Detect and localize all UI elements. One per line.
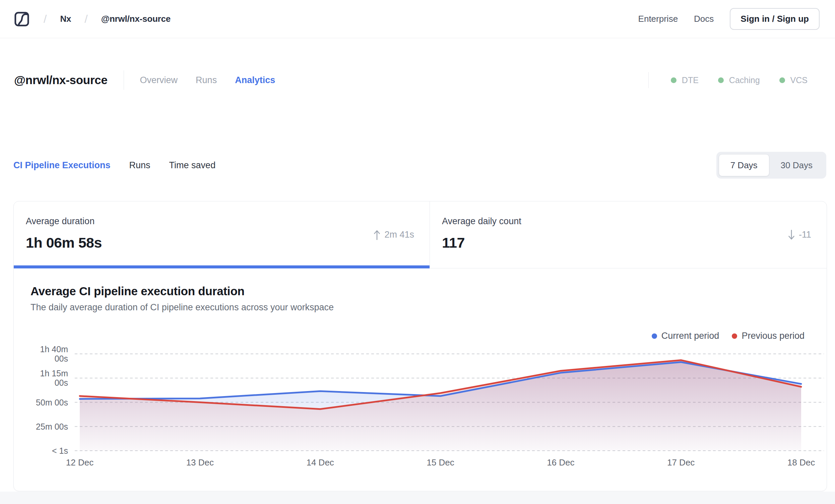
stat-card-average-duration[interactable]: Average duration 1h 06m 58s 2m 41s: [14, 201, 430, 268]
top-navbar: / Nx / @nrwl/nx-source Enterprise Docs S…: [0, 0, 835, 38]
green-status-dot-icon: [779, 77, 785, 83]
stat-value: 117: [442, 235, 813, 251]
green-status-dot-icon: [671, 77, 676, 83]
page-title: @nrwl/nx-source: [14, 74, 107, 87]
legend-label: Previous period: [741, 331, 805, 341]
vertical-divider: [124, 70, 124, 90]
svg-text:14 Dec: 14 Dec: [306, 458, 334, 467]
feature-label: Caching: [729, 75, 760, 85]
navbar-actions: Enterprise Docs Sign in / Sign up: [638, 8, 820, 30]
svg-text:00s: 00s: [55, 378, 68, 387]
nx-cloud-logo[interactable]: [14, 12, 29, 27]
range-option-7-days[interactable]: 7 Days: [719, 154, 769, 176]
stat-delta-value: -11: [799, 229, 811, 240]
feature-badge-vcs: VCS: [779, 75, 808, 85]
feature-label: VCS: [790, 75, 808, 85]
stat-label: Average daily count: [442, 216, 813, 226]
feature-badges: DTE Caching VCS: [671, 75, 808, 85]
duration-area-chart[interactable]: 1h 40m00s1h 15m00s50m 00s25m 00s< 1s12 D…: [14, 341, 827, 478]
workspace-header: @nrwl/nx-source Overview Runs Analytics …: [14, 69, 825, 91]
tab-metric-runs[interactable]: Runs: [129, 160, 150, 170]
area-previous-period: [80, 360, 801, 451]
stat-value: 1h 06m 58s: [26, 235, 416, 251]
feature-badge-dte: DTE: [671, 75, 699, 85]
svg-text:1h 15m: 1h 15m: [40, 369, 68, 378]
breadcrumb-separator: /: [84, 13, 87, 25]
svg-text:16 Dec: 16 Dec: [547, 458, 574, 467]
legend-item-previous-period: Previous period: [732, 331, 805, 341]
vertical-divider: [648, 72, 649, 88]
svg-text:00s: 00s: [55, 354, 68, 363]
workspace-tabs: Overview Runs Analytics: [140, 75, 276, 85]
chart-subtitle: The daily average duration of CI pipelin…: [30, 302, 808, 313]
svg-text:13 Dec: 13 Dec: [186, 458, 214, 467]
breadcrumb: / Nx / @nrwl/nx-source: [44, 13, 170, 25]
chart-legend: Current period Previous period: [652, 331, 805, 341]
nx-cloud-logo-icon: [14, 12, 29, 27]
stat-delta: -11: [788, 229, 811, 241]
x-axis-labels: 12 Dec13 Dec14 Dec15 Dec16 Dec17 Dec18 D…: [66, 458, 815, 467]
analytics-panel: Average duration 1h 06m 58s 2m 41s Avera…: [14, 201, 827, 491]
metric-tabs: CI Pipeline Executions Runs Time saved: [14, 160, 216, 170]
svg-text:18 Dec: 18 Dec: [788, 458, 815, 467]
sign-in-button[interactable]: Sign in / Sign up: [730, 8, 820, 30]
svg-text:17 Dec: 17 Dec: [667, 458, 695, 467]
svg-text:50m 00s: 50m 00s: [36, 398, 68, 407]
breadcrumb-org-link[interactable]: Nx: [60, 14, 71, 24]
tab-ci-pipeline-executions[interactable]: CI Pipeline Executions: [14, 160, 110, 170]
svg-text:25m 00s: 25m 00s: [36, 422, 68, 431]
analytics-controls: CI Pipeline Executions Runs Time saved 7…: [14, 152, 826, 179]
y-axis-labels: 1h 40m00s1h 15m00s50m 00s25m 00s< 1s: [36, 344, 68, 456]
page-background-strip: [0, 491, 835, 504]
docs-link[interactable]: Docs: [694, 14, 714, 24]
stat-label: Average duration: [26, 216, 416, 226]
feature-label: DTE: [682, 75, 699, 85]
chart-title: Average CI pipeline execution duration: [30, 284, 808, 298]
legend-label: Current period: [661, 331, 719, 341]
tab-analytics[interactable]: Analytics: [235, 75, 275, 85]
nx-cloud-analytics-page: { "navbar": { "breadcrumb": { "separator…: [0, 0, 835, 504]
stat-delta-value: 2m 41s: [384, 229, 414, 240]
breadcrumb-separator: /: [44, 13, 46, 25]
tab-runs[interactable]: Runs: [196, 75, 217, 85]
enterprise-link[interactable]: Enterprise: [638, 14, 678, 24]
blue-dot-icon: [652, 334, 657, 339]
date-range-toggle: 7 Days 30 Days: [716, 152, 826, 179]
stat-delta: 2m 41s: [373, 229, 414, 241]
stat-card-average-daily-count[interactable]: Average daily count 117 -11: [430, 201, 827, 268]
svg-text:15 Dec: 15 Dec: [427, 458, 454, 467]
svg-text:12 Dec: 12 Dec: [66, 458, 94, 467]
feature-badge-caching: Caching: [718, 75, 760, 85]
arrow-up-icon: [373, 229, 381, 241]
tab-overview[interactable]: Overview: [140, 75, 178, 85]
series-areas: [80, 360, 801, 451]
arrow-down-icon: [788, 229, 795, 241]
range-option-30-days[interactable]: 30 Days: [769, 154, 824, 176]
workspace-status: DTE Caching VCS: [648, 72, 825, 88]
breadcrumb-repo-link[interactable]: @nrwl/nx-source: [101, 14, 170, 24]
green-status-dot-icon: [718, 77, 724, 83]
stat-cards-row: Average duration 1h 06m 58s 2m 41s Avera…: [14, 201, 827, 268]
svg-text:1h 40m: 1h 40m: [40, 344, 68, 354]
legend-item-current-period: Current period: [652, 331, 719, 341]
tab-time-saved[interactable]: Time saved: [169, 160, 216, 170]
svg-text:< 1s: < 1s: [52, 446, 68, 456]
chart-header: Average CI pipeline execution duration T…: [14, 268, 827, 313]
red-dot-icon: [732, 334, 737, 339]
